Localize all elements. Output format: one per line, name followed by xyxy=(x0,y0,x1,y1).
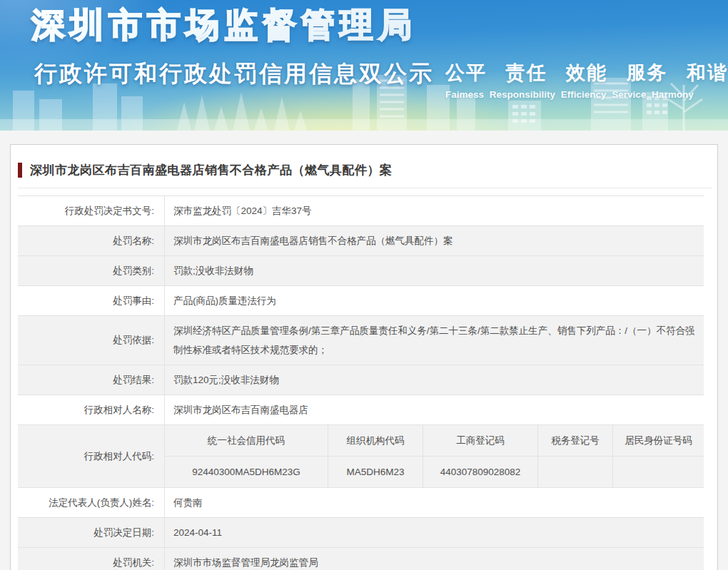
row-label: 处罚决定日期: xyxy=(18,518,165,547)
row-value: 深市监龙处罚〔2024〕吉华37号 xyxy=(165,196,704,225)
codes-value: MA5DH6M23 xyxy=(328,457,423,487)
row-label: 处罚名称: xyxy=(18,226,165,255)
table-row: 处罚事由:产品(商品)质量违法行为 xyxy=(18,286,704,316)
row-value: 产品(商品)质量违法行为 xyxy=(165,286,704,315)
row-value: 深圳经济特区产品质量管理条例/第三章产品质量责任和义务/第二十三条/第二款禁止生… xyxy=(165,316,704,365)
title-divider xyxy=(18,188,712,188)
table-row: 处罚决定日期:2024-04-11 xyxy=(18,518,704,548)
title-accent-bar xyxy=(18,163,22,178)
table-row: 行政相对人代码:统一社会信用代码组织机构代码工商登记码税务登记号居民身份证号码9… xyxy=(18,425,704,488)
row-label: 处罚依据: xyxy=(18,316,165,365)
row-value: 深圳市市场监督管理局龙岗监管局 xyxy=(165,548,704,570)
row-value: 统一社会信用代码组织机构代码工商登记码税务登记号居民身份证号码92440300M… xyxy=(165,425,704,487)
row-value: 深圳市龙岗区布吉百南盛电器店销售不合格产品（燃气具配件）案 xyxy=(165,226,704,255)
row-label: 行政相对人代码: xyxy=(18,425,165,487)
codes-value: 92440300MA5DH6M23G xyxy=(165,457,328,487)
codes-column-header: 组织机构代码 xyxy=(328,425,423,456)
row-label: 行政处罚决定书文号: xyxy=(18,196,165,225)
row-label: 处罚事由: xyxy=(18,286,165,315)
row-value: 深圳市龙岗区布吉百南盛电器店 xyxy=(165,395,704,424)
page-title: 深圳市龙岗区布吉百南盛电器店销售不合格产品（燃气具配件）案 xyxy=(30,162,393,178)
site-banner: 深圳市市场监督管理局 行政许可和行政处罚信用信息双公示 公平 责任 效能 服务 … xyxy=(0,0,728,131)
codes-column-header: 工商登记码 xyxy=(423,425,538,456)
table-row: 处罚结果:罚款120元;没收非法财物 xyxy=(18,365,704,395)
codes-column-header: 税务登记号 xyxy=(538,425,613,456)
case-title-block: 深圳市龙岗区布吉百南盛电器店销售不合格产品（燃气具配件）案 xyxy=(18,162,717,178)
penalty-info-table: 行政处罚决定书文号:深市监龙处罚〔2024〕吉华37号处罚名称:深圳市龙岗区布吉… xyxy=(18,195,704,570)
table-row: 行政处罚决定书文号:深市监龙处罚〔2024〕吉华37号 xyxy=(18,196,704,226)
row-label: 法定代表人(负责人)姓名: xyxy=(18,488,165,517)
row-value: 2024-04-11 xyxy=(165,518,704,547)
slogan-english: Faimess Responsibility Efficiency Servic… xyxy=(445,89,709,100)
table-row: 处罚依据:深圳经济特区产品质量管理条例/第三章产品质量责任和义务/第二十三条/第… xyxy=(18,316,704,365)
row-value: 罚款;没收非法财物 xyxy=(165,256,704,285)
agency-title: 深圳市市场监督管理局 xyxy=(31,3,417,48)
codes-value: 440307809028082 xyxy=(423,457,538,487)
table-row: 处罚机关:深圳市市场监督管理局龙岗监管局 xyxy=(18,548,704,570)
content-card: 深圳市龙岗区布吉百南盛电器店销售不合格产品（燃气具配件）案 行政处罚决定书文号:… xyxy=(10,144,718,570)
codes-column-header: 居民身份证号码 xyxy=(613,425,704,456)
table-row: 法定代表人(负责人)姓名:何贵南 xyxy=(18,488,704,518)
codes-value xyxy=(613,457,704,487)
table-row: 行政相对人名称:深圳市龙岗区布吉百南盛电器店 xyxy=(18,395,704,425)
row-value: 何贵南 xyxy=(165,488,704,517)
banner-slogan: 公平 责任 效能 服务 和谐 Faimess Responsibility Ef… xyxy=(445,60,709,100)
row-label: 处罚机关: xyxy=(18,548,165,570)
table-row: 处罚类别:罚款;没收非法财物 xyxy=(18,256,704,286)
row-label: 处罚结果: xyxy=(18,365,165,395)
row-label: 处罚类别: xyxy=(18,256,165,285)
table-row: 处罚名称:深圳市龙岗区布吉百南盛电器店销售不合格产品（燃气具配件）案 xyxy=(18,226,704,256)
slogan-chinese: 公平 责任 效能 服务 和谐 xyxy=(445,60,709,86)
row-label: 行政相对人名称: xyxy=(18,395,165,424)
row-value: 罚款120元;没收非法财物 xyxy=(165,365,704,395)
codes-value xyxy=(538,457,613,487)
banner-subtitle: 行政许可和行政处罚信用信息双公示 xyxy=(34,58,434,90)
codes-column-header: 统一社会信用代码 xyxy=(165,425,328,456)
